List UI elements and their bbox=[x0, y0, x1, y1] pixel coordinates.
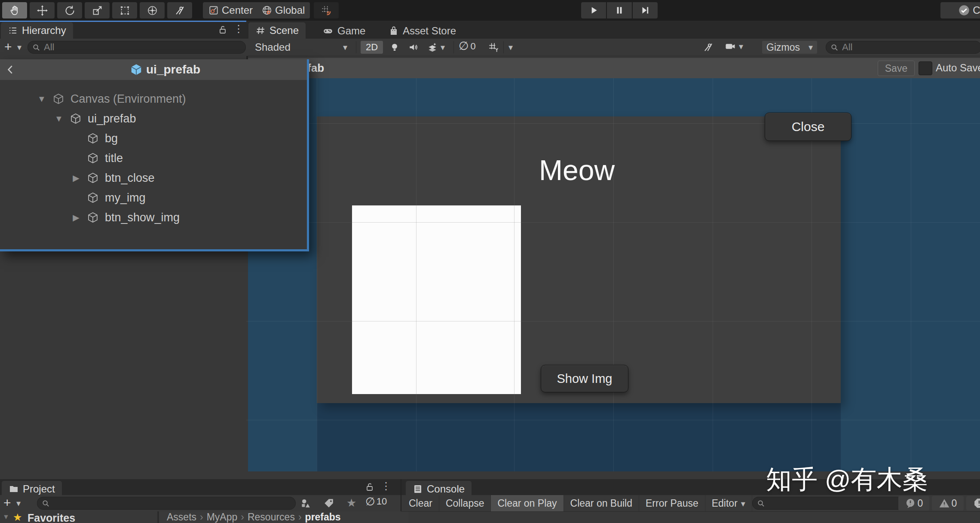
tree-item-canvas-environment[interactable]: ▼ Canvas (Environment) bbox=[0, 89, 307, 109]
scene-audio-icon[interactable] bbox=[408, 42, 419, 53]
gizmos-dropdown[interactable]: Gizmos bbox=[762, 41, 817, 54]
expand-arrow-icon[interactable]: ▶ bbox=[70, 212, 82, 223]
tab-hierarchy[interactable]: Hierarchy bbox=[1, 22, 73, 39]
asset-filter-icon[interactable] bbox=[300, 498, 311, 509]
orientation-global-button[interactable]: Global bbox=[256, 2, 310, 18]
tree-item-bg[interactable]: bg bbox=[0, 128, 307, 148]
info-bubble-icon bbox=[905, 498, 916, 509]
console-editor-dropdown[interactable]: Editor bbox=[705, 495, 752, 511]
add-asset-button[interactable]: + bbox=[3, 495, 11, 510]
tree-item-btn-show-img[interactable]: ▶ btn_show_img bbox=[0, 208, 307, 227]
back-chevron-icon[interactable] bbox=[5, 64, 16, 75]
expand-arrow-icon[interactable]: ▼ bbox=[36, 94, 47, 104]
scene-effects-icon[interactable] bbox=[427, 42, 438, 53]
scene-search-input[interactable] bbox=[841, 41, 977, 53]
scene-lighting-icon[interactable] bbox=[389, 42, 400, 53]
console-clear-button[interactable]: Clear bbox=[402, 495, 439, 511]
tree-item-ui-prefab[interactable]: ▼ ui_prefab bbox=[0, 109, 307, 128]
tree-item-btn-close[interactable]: ▶ btn_close bbox=[0, 168, 307, 188]
project-menu-icon[interactable]: ⋮ bbox=[381, 480, 391, 492]
tab-game[interactable]: Game bbox=[315, 23, 372, 39]
breadcrumb-item[interactable]: MyApp bbox=[207, 511, 238, 523]
effects-caret-icon[interactable] bbox=[441, 43, 445, 52]
pivot-icon bbox=[208, 5, 219, 16]
console-info-count-badge[interactable]: 0 bbox=[898, 496, 929, 511]
project-lock-icon[interactable] bbox=[364, 482, 375, 492]
ui-title-text[interactable]: Meow bbox=[539, 154, 615, 187]
favorites-star-icon: ★ bbox=[13, 511, 22, 523]
auto-save-checkbox[interactable] bbox=[919, 61, 932, 75]
add-object-button[interactable]: + bbox=[4, 40, 12, 54]
mode-2d-toggle[interactable]: 2D bbox=[361, 41, 383, 54]
ui-show-img-button[interactable]: Show Img bbox=[541, 365, 628, 392]
collab-button[interactable]: C bbox=[940, 2, 980, 18]
ui-close-button[interactable]: Close bbox=[765, 113, 851, 141]
rotate-tool-button[interactable] bbox=[57, 2, 82, 18]
collab-label: C bbox=[973, 4, 980, 16]
expand-arrow-icon[interactable]: ▶ bbox=[70, 173, 82, 183]
console-error-pause-button[interactable]: Error Pause bbox=[639, 495, 705, 511]
hierarchy-menu-icon[interactable]: ⋮ bbox=[233, 23, 244, 35]
console-warning-count-badge[interactable]: 0 bbox=[932, 496, 964, 511]
grid-caret-icon[interactable] bbox=[508, 43, 513, 52]
hierarchy-search-input[interactable] bbox=[43, 41, 241, 53]
console-search[interactable] bbox=[752, 497, 903, 510]
focused-panel-highlight bbox=[0, 21, 246, 22]
shading-caret-icon bbox=[343, 43, 347, 52]
tree-item-title[interactable]: title bbox=[0, 148, 307, 168]
save-button[interactable]: Save bbox=[878, 61, 915, 76]
hand-tool-button[interactable] bbox=[2, 2, 27, 18]
move-tool-button[interactable] bbox=[30, 2, 55, 18]
play-button[interactable] bbox=[581, 2, 606, 18]
breadcrumb-item-current[interactable]: prefabs bbox=[305, 511, 341, 523]
custom-tool-button[interactable] bbox=[167, 2, 192, 18]
auto-save-label: Auto Save bbox=[936, 62, 980, 74]
project-search-input[interactable] bbox=[52, 497, 291, 509]
search-icon bbox=[830, 43, 839, 52]
ui-my-img[interactable] bbox=[352, 205, 521, 394]
scene-tools-icon[interactable] bbox=[703, 42, 714, 53]
play-icon bbox=[588, 5, 599, 16]
add-object-caret-icon[interactable] bbox=[17, 43, 21, 52]
transform-tool-button[interactable] bbox=[140, 2, 165, 18]
warning-count: 0 bbox=[952, 498, 957, 509]
breadcrumb-item[interactable]: Assets bbox=[167, 511, 196, 523]
scene-visibility-toggle[interactable]: ∅ 0 bbox=[459, 40, 476, 52]
console-search-input[interactable] bbox=[768, 497, 899, 509]
breadcrumb-item[interactable]: Resources bbox=[248, 511, 295, 523]
tab-asset-store[interactable]: Asset Store bbox=[382, 23, 463, 39]
pivot-center-button[interactable]: Center bbox=[203, 2, 258, 18]
grid-snap-button[interactable] bbox=[314, 2, 339, 18]
scale-tool-button[interactable] bbox=[85, 2, 110, 18]
console-clear-on-play-button[interactable]: Clear on Play bbox=[491, 495, 564, 511]
console-error-count-badge[interactable] bbox=[966, 496, 980, 511]
project-search[interactable] bbox=[37, 497, 296, 510]
scene-camera-dropdown[interactable] bbox=[724, 40, 743, 52]
expand-arrow-icon[interactable]: ▼ bbox=[53, 114, 64, 124]
tree-item-my-img[interactable]: my_img bbox=[0, 188, 307, 208]
tab-scene[interactable]: Scene bbox=[248, 22, 306, 39]
favorites-star-icon[interactable]: ★ bbox=[346, 496, 356, 510]
add-asset-caret-icon[interactable] bbox=[16, 499, 21, 508]
unity-editor-window: Center Global bbox=[0, 0, 980, 523]
pause-button[interactable] bbox=[607, 2, 632, 18]
shading-mode-dropdown[interactable]: Shaded bbox=[251, 39, 352, 56]
project-visibility-toggle[interactable]: ∅ 10 bbox=[365, 496, 387, 507]
transform-icon bbox=[147, 5, 158, 16]
hierarchy-lock-icon[interactable] bbox=[217, 24, 228, 35]
label-tag-icon[interactable] bbox=[323, 498, 334, 509]
rect-tool-button[interactable] bbox=[112, 2, 137, 18]
favorites-label[interactable]: Favorites bbox=[28, 512, 75, 523]
hierarchy-search[interactable] bbox=[28, 41, 246, 54]
scene-viewport[interactable]: Meow Close Show Img bbox=[246, 78, 980, 479]
tree-item-label: bg bbox=[105, 132, 118, 145]
favorites-expand-icon[interactable]: ▼ bbox=[3, 513, 9, 521]
scene-search[interactable] bbox=[826, 41, 980, 54]
gameobject-cube-icon bbox=[87, 152, 99, 164]
console-clear-on-build-button[interactable]: Clear on Build bbox=[564, 495, 639, 511]
step-button[interactable] bbox=[633, 2, 658, 18]
grid-line bbox=[352, 222, 521, 223]
scene-grid-settings-icon[interactable] bbox=[488, 42, 499, 53]
tree-item-label: btn_show_img bbox=[105, 211, 180, 224]
console-collapse-button[interactable]: Collapse bbox=[439, 495, 491, 511]
